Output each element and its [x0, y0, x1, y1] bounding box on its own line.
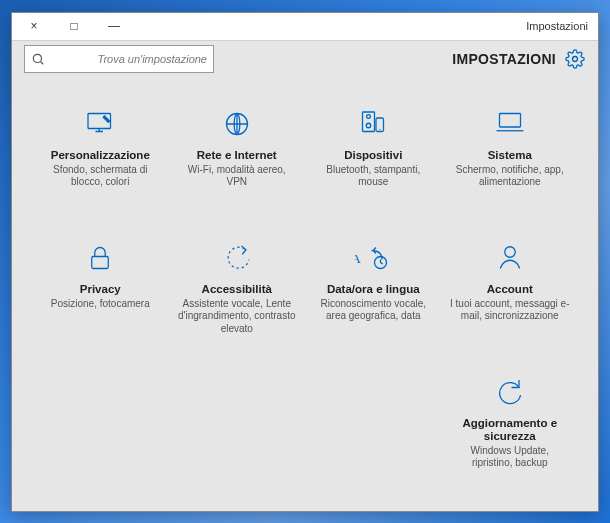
- search-box[interactable]: [24, 45, 214, 73]
- tile-title: Privacy: [80, 283, 121, 296]
- tile-sub: Assistente vocale, Lente d'ingrandimento…: [177, 298, 297, 336]
- tile-sub: Schermo, notifiche, app, alimentazione: [450, 164, 570, 189]
- gear-icon: [564, 48, 586, 70]
- tile-title: Aggiornamento e sicurezza: [448, 417, 573, 443]
- accessibility-icon: [218, 239, 256, 277]
- maximize-button[interactable]: □: [54, 13, 94, 40]
- svg-rect-12: [92, 256, 109, 268]
- tile-sub: Riconoscimento vocale, area geografica, …: [313, 298, 433, 323]
- tile-system[interactable]: Sistema Schermo, notifiche, app, aliment…: [446, 101, 575, 227]
- tile-privacy[interactable]: Privacy Posizione, fotocamera: [36, 235, 165, 361]
- window-caption: Impostazioni: [134, 20, 596, 32]
- tile-sub: Posizione, fotocamera: [51, 298, 150, 311]
- app-title: IMPOSTAZIONI: [452, 51, 556, 67]
- language-icon: A: [354, 239, 392, 277]
- tile-sub: Windows Update, ripristino, backup: [450, 445, 570, 470]
- settings-grid: Sistema Schermo, notifiche, app, aliment…: [12, 83, 598, 511]
- person-icon: [491, 239, 529, 277]
- tile-title: Rete e Internet: [197, 149, 277, 162]
- minimize-button[interactable]: —: [94, 13, 134, 40]
- lock-icon: [81, 239, 119, 277]
- tile-title: Dispositivi: [344, 149, 402, 162]
- settings-window: × □ — Impostazioni IMPOSTAZIONI: [11, 12, 599, 512]
- svg-point-1: [33, 54, 41, 62]
- svg-point-4: [367, 114, 371, 118]
- svg-point-0: [573, 56, 578, 61]
- tile-title: Account: [487, 283, 533, 296]
- tile-sub: Wi-Fi, modalità aereo, VPN: [177, 164, 297, 189]
- search-icon: [31, 52, 45, 66]
- tile-time-language[interactable]: A Data/ora e lingua Riconoscimento vocal…: [309, 235, 438, 361]
- close-button[interactable]: ×: [14, 13, 54, 40]
- tile-devices[interactable]: Dispositivi Bluetooth, stampanti, mouse: [309, 101, 438, 227]
- tile-title: Accessibilità: [202, 283, 272, 296]
- tile-personalization[interactable]: Personalizzazione Sfondo, schermata di b…: [36, 101, 165, 227]
- tile-sub: I tuoi account, messaggi e-mail, sincron…: [450, 298, 570, 323]
- svg-point-9: [505, 246, 516, 257]
- tile-title: Personalizzazione: [51, 149, 150, 162]
- tile-accounts[interactable]: Account I tuoi account, messaggi e-mail,…: [446, 235, 575, 361]
- tile-sub: Bluetooth, stampanti, mouse: [313, 164, 433, 189]
- tile-title: Data/ora e lingua: [327, 283, 420, 296]
- update-icon: [491, 373, 529, 411]
- search-input[interactable]: [51, 53, 207, 65]
- header: IMPOSTAZIONI: [12, 41, 598, 83]
- globe-icon: [218, 105, 256, 143]
- personalize-icon: [81, 105, 119, 143]
- tile-title: Sistema: [488, 149, 532, 162]
- titlebar: × □ — Impostazioni: [12, 13, 598, 41]
- svg-rect-2: [499, 113, 520, 127]
- svg-text:A: A: [355, 250, 361, 265]
- laptop-icon: [491, 105, 529, 143]
- tile-accessibility[interactable]: Accessibilità Assistente vocale, Lente d…: [173, 235, 302, 361]
- tile-network[interactable]: Rete e Internet Wi-Fi, modalità aereo, V…: [173, 101, 302, 227]
- tile-sub: Sfondo, schermata di blocco, colori: [40, 164, 160, 189]
- devices-icon: [354, 105, 392, 143]
- svg-point-5: [367, 123, 372, 128]
- tile-update-security[interactable]: Aggiornamento e sicurezza Windows Update…: [446, 369, 575, 495]
